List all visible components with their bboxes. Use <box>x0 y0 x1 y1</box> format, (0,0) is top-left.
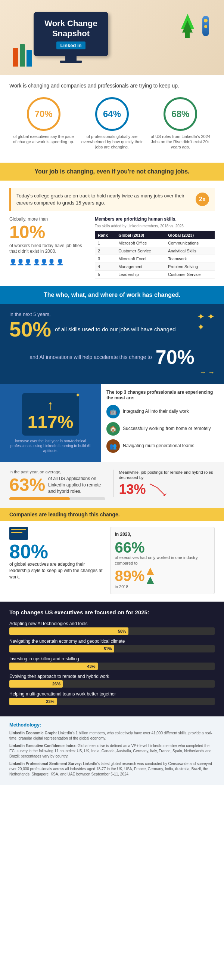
stat-circle-64: 64% <box>95 97 129 131</box>
63-label: of all US applications on LinkedIn appli… <box>48 476 105 494</box>
63-left-stat: In the past year, on average, 63% of all… <box>9 469 105 500</box>
top3-title: The top 3 changes professionals are expe… <box>106 390 218 401</box>
change-bar-fill: 58% <box>9 627 128 635</box>
table-cell: Teamwork <box>165 255 215 262</box>
change-bar-row: Navigating the uncertain economy and geo… <box>9 639 215 652</box>
table-cell: 5 <box>95 270 115 278</box>
hero-title: Work Change Snapshot <box>38 19 104 38</box>
highlight-box: Today's college grads are on track to ho… <box>9 188 215 210</box>
global-big-percent: 10% <box>9 223 89 241</box>
change-bar-row: Evolving their approach to remote and hy… <box>9 674 215 687</box>
hero-section: Work Change Snapshot Linked in <box>0 0 224 75</box>
63-two-stat-row: In the past year, on average, 63% of all… <box>9 469 215 500</box>
methodology-title: Methodology: <box>9 722 215 728</box>
global-percent-label: of workers hired today have job titles t… <box>9 243 89 255</box>
job-change-two-col: Globally, more than 10% of workers hired… <box>9 216 215 278</box>
stat-number-70: 70% <box>35 109 53 119</box>
change-bar-label: Investing in upskilling and reskilling <box>9 656 215 662</box>
change-bar-track: 43% <box>9 663 215 670</box>
table-cell: 2 <box>95 247 115 255</box>
stat-desc-68: of US roles from LinkedIn's 2024 Jobs on… <box>150 134 211 150</box>
change-bar-fill: 26% <box>9 680 63 687</box>
work-changed-banner: The who, what, and where of work has cha… <box>0 286 224 304</box>
fifty-row: 50% of all skills used to do our jobs wi… <box>9 319 193 340</box>
table-cell: Communications <box>165 239 215 247</box>
117-left: ✦ ↑ 117% Increase over the last year in … <box>0 384 101 462</box>
companies-left: 80% of global executives are adapting th… <box>9 527 104 580</box>
13-chart <box>148 482 167 497</box>
companies-title: Companies are leading through this chang… <box>9 512 120 517</box>
13-number: 13% <box>119 483 146 496</box>
work-changed-title: The who, what, and where of work has cha… <box>44 292 180 298</box>
80-label: of global executives are adapting their … <box>9 561 104 580</box>
change-bar-label: Evolving their approach to remote and hy… <box>9 674 215 679</box>
col-2018: Global (2018) <box>115 231 165 239</box>
89-number: 89% <box>115 568 145 583</box>
change-bar-track: 26% <box>9 680 215 687</box>
change-bar-pct: 43% <box>87 664 95 668</box>
change-bar-pct: 58% <box>118 629 126 633</box>
in-2023-label: In 2023, <box>115 532 210 537</box>
change-bar-pct: 23% <box>46 699 54 704</box>
table-cell: Customer Service <box>115 247 165 255</box>
table-cell: Customer Service <box>165 270 215 278</box>
top3-text-home: Successfully working from home or remote… <box>123 426 211 432</box>
table-cell: Analytical Skills <box>165 247 215 255</box>
stat-desc-70: of global executives say the pace of cha… <box>13 134 74 145</box>
stat-number-68: 68% <box>171 109 189 119</box>
change-bar-fill: 43% <box>9 663 98 670</box>
117-description: Increase over the last year in non-techn… <box>6 439 95 453</box>
13-prefix: Meanwhile, job postings for remote and h… <box>119 469 215 480</box>
global-stat-col: Globally, more than 10% of workers hired… <box>9 216 89 278</box>
top-changes-section: Top changes US executives are focused on… <box>0 601 224 716</box>
stat-circle-68: 68% <box>164 97 197 131</box>
bars-container: Adopting new AI technologies and tools 5… <box>9 621 215 705</box>
seventy-row: and AI innovations will help accelerate … <box>9 347 215 367</box>
change-bar-fill: 23% <box>9 698 57 705</box>
ai-icon: 🤖 <box>106 405 120 418</box>
change-bar-pct: 26% <box>52 682 60 686</box>
change-bar-row: Adopting new AI technologies and tools 5… <box>9 621 215 635</box>
63-number: 63% <box>9 476 45 494</box>
top-changes-title: Top changes US executives are focused on… <box>9 609 215 616</box>
117-arrow: ↑ <box>47 398 54 413</box>
skills-table-col: Members are prioritizing human skills. T… <box>95 216 215 278</box>
stat-card-70: 70% of global executives say the pace of… <box>13 97 74 150</box>
80-number: 80% <box>9 542 104 561</box>
top3-item-ai: 🤖 Integrating AI into their daily work <box>106 405 218 418</box>
table-cell: 4 <box>95 262 115 270</box>
table-cell: 1 <box>95 239 115 247</box>
table-cell: Leadership <box>115 270 165 278</box>
fifty-number: 50% <box>9 319 51 340</box>
change-bar-row: Helping multi-generational teams work be… <box>9 691 215 705</box>
table-cell: 3 <box>95 255 115 262</box>
change-bar-row: Investing in upskilling and reskilling 4… <box>9 656 215 670</box>
fifty-section: In the next 5 years, 50% of all skills u… <box>0 304 224 384</box>
table-cell: Microsoft Excel <box>115 255 165 262</box>
top3-text-multi: Navigating multi-generational teams <box>123 443 194 449</box>
stat-number-64: 64% <box>103 109 121 119</box>
global-prefix: Globally, more than <box>9 216 89 222</box>
job-change-section: Today's college grads are on track to ho… <box>0 181 224 286</box>
companies-section: Companies are leading through this chang… <box>0 508 224 601</box>
intro-text: Work is changing and companies and profe… <box>9 82 215 90</box>
col-rank: Rank <box>95 231 115 239</box>
change-bar-track: 51% <box>9 645 215 652</box>
seventy-number: 70% <box>156 347 194 367</box>
hero-brand: Linked in <box>56 41 85 49</box>
in-2023-box: In 2023, 66% of executives had only work… <box>110 527 215 594</box>
table-cell: Management <box>115 262 165 270</box>
stats-section: Work is changing and companies and profe… <box>0 75 224 163</box>
job-changing-title: Your job is changing, even if you're not… <box>34 168 189 175</box>
stat-circle-70: 70% <box>27 97 60 131</box>
methodology-item: LinkedIn Economic Graph: LinkedIn's 1 bi… <box>9 730 215 741</box>
117-section: ✦ ↑ 117% Increase over the last year in … <box>0 384 224 462</box>
companies-row: 80% of global executives are adapting th… <box>9 527 215 594</box>
top3-item-home: 🏠 Successfully working from home or remo… <box>106 422 218 436</box>
117-right: The top 3 changes professionals are expe… <box>101 384 224 462</box>
change-bar-label: Helping multi-generational teams work be… <box>9 691 215 697</box>
fifty-label: In the next 5 years, <box>9 312 193 317</box>
stat-desc-64: of professionals globally are overwhelme… <box>81 134 143 150</box>
top3-item-multi: 👥 Navigating multi-generational teams <box>106 439 218 453</box>
stats-row: 70% of global executives say the pace of… <box>9 97 215 150</box>
